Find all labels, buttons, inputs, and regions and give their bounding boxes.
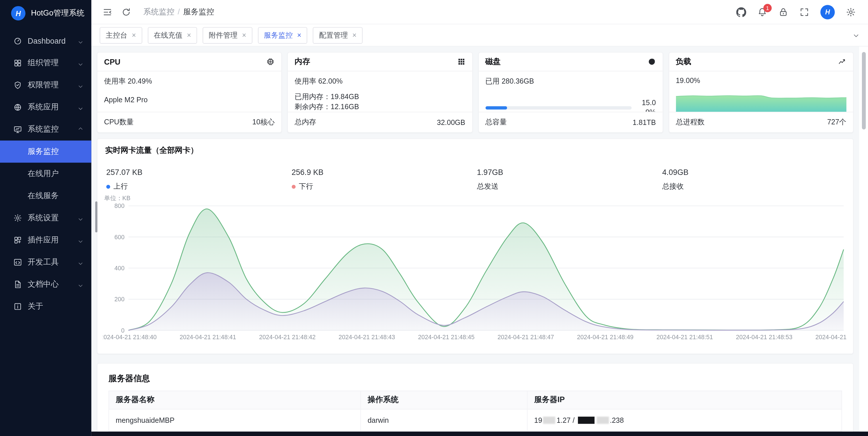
- server-col-header-1: 操作系统: [361, 391, 527, 409]
- fullscreen-icon[interactable]: [799, 7, 809, 17]
- topbar-left: 系统监控/服务监控: [102, 7, 214, 17]
- svg-text:0: 0: [121, 327, 125, 334]
- server-ip-cell: 191.27 / .238: [527, 409, 842, 431]
- devtools-icon: [13, 258, 22, 267]
- sidebar-subitem-4-1[interactable]: 在线用户: [0, 163, 91, 185]
- lock-icon[interactable]: [778, 7, 788, 17]
- disk-footer-label: 总容量: [485, 117, 507, 127]
- svg-text:2024-04-21 21:48:51: 2024-04-21 21:48:51: [656, 334, 713, 340]
- server-col-header-2: 服务器IP: [527, 391, 842, 409]
- sidebar-item-7[interactable]: 开发工具: [0, 251, 91, 273]
- sidebar-item-8[interactable]: 文档中心: [0, 273, 91, 296]
- avatar[interactable]: H: [820, 5, 835, 19]
- memory-usage: 使用率 62.00%: [294, 76, 465, 87]
- tab-4[interactable]: 配置管理×: [313, 27, 363, 43]
- sidebar-logo[interactable]: H HotGo管理系统: [0, 0, 91, 26]
- app-logo-icon: H: [11, 6, 26, 21]
- sidebar-item-4[interactable]: 系统监控: [0, 118, 91, 140]
- vertical-scrollbar-thumb[interactable]: [862, 52, 866, 130]
- memory-footer-value: 32.00GB: [437, 118, 465, 126]
- chevron-down-icon: [78, 38, 84, 44]
- chevron-up-icon: [78, 126, 84, 132]
- cpu-footer-label: CPU数量: [104, 117, 134, 127]
- memory-card-title: 内存: [294, 57, 310, 67]
- net-stat-2: 1.97GB总发送: [477, 168, 662, 192]
- sidebar-item-label: 系统应用: [28, 102, 59, 112]
- disk-card-title: 磁盘: [485, 57, 501, 67]
- tab-close-icon[interactable]: ×: [132, 32, 136, 39]
- tab-2[interactable]: 附件管理×: [203, 27, 252, 43]
- net-stat-label: 下行: [292, 181, 477, 192]
- sidebar-item-3[interactable]: 系统应用: [0, 96, 91, 118]
- sidebar-item-label: 关于: [28, 302, 43, 312]
- sidebar-subitem-4-2[interactable]: 在线服务: [0, 185, 91, 207]
- tab-1[interactable]: 在线充值×: [148, 27, 197, 43]
- ip-redaction: [543, 417, 555, 424]
- tabbar-dropdown-button[interactable]: [847, 26, 865, 44]
- cpu-card-footer: CPU数量 10核心: [97, 112, 281, 132]
- tab-3[interactable]: 服务监控×: [258, 27, 308, 43]
- dashboard-icon: [13, 36, 22, 45]
- chevron-down-icon: [78, 60, 84, 66]
- server-table-header-row: 服务器名称操作系统服务器IP: [108, 391, 842, 409]
- notifications-button[interactable]: 1: [757, 7, 767, 17]
- disk-card-header: 磁盘: [478, 53, 662, 71]
- gear-icon: [13, 214, 22, 223]
- network-traffic-chart: 0200400600800单位：KB2024-04-21 21:48:40202…: [103, 195, 847, 342]
- disk-progress: 15.09%: [485, 99, 656, 112]
- chevron-down-icon: [78, 215, 84, 221]
- load-card-body: 19.00%: [669, 71, 853, 112]
- svg-text:2024-04-21 21:48:42: 2024-04-21 21:48:42: [259, 334, 316, 340]
- refresh-icon[interactable]: [121, 7, 131, 17]
- chevron-down-icon: [78, 259, 84, 265]
- inner-scrollbar-thumb[interactable]: [95, 201, 97, 232]
- disk-footer-value: 1.81TB: [632, 118, 656, 126]
- tab-0[interactable]: 主控台×: [100, 27, 142, 43]
- ip-redaction: [596, 417, 609, 424]
- tab-label: 附件管理: [209, 30, 238, 40]
- load-sparkline-chart: [676, 88, 846, 112]
- net-stat-value: 1.97GB: [477, 168, 662, 177]
- server-os-cell: darwin: [361, 409, 527, 431]
- tab-close-icon[interactable]: ×: [187, 32, 191, 39]
- net-stat-label: 总接收: [662, 181, 847, 192]
- net-stat-label: 上行: [106, 181, 292, 192]
- server-table-row: mengshuaideMBPdarwin191.27 / .238: [108, 409, 842, 431]
- collapse-sidebar-icon[interactable]: [102, 7, 113, 17]
- sidebar-item-1[interactable]: 组织管理: [0, 52, 91, 74]
- cpu-card-body: 使用率 20.49% Apple M2 Pro: [97, 71, 281, 112]
- monitor-icon: [13, 125, 22, 134]
- topbar: 系统监控/服务监控 1 H: [91, 0, 868, 25]
- chevron-down-icon: [78, 281, 84, 288]
- tab-close-icon[interactable]: ×: [242, 32, 246, 39]
- chevron-down-icon: [78, 82, 84, 88]
- tab-label: 主控台: [106, 30, 127, 40]
- tab-close-icon[interactable]: ×: [297, 32, 302, 39]
- net-stat-value: 4.09GB: [662, 168, 847, 177]
- tab-close-icon[interactable]: ×: [352, 32, 357, 39]
- github-icon[interactable]: [736, 7, 746, 17]
- svg-text:2024-04-21 21:48:41: 2024-04-21 21:48:41: [180, 334, 236, 340]
- sidebar-item-9[interactable]: 关于: [0, 296, 91, 318]
- sidebar-item-6[interactable]: 插件应用: [0, 229, 91, 251]
- sidebar-subitem-4-0[interactable]: 服务监控: [0, 140, 91, 163]
- ip-text: 19: [534, 416, 542, 425]
- sidebar-item-label: 权限管理: [28, 80, 59, 90]
- server-col-header-0: 服务器名称: [108, 391, 361, 409]
- sidebar-item-0[interactable]: Dashboard: [0, 30, 91, 52]
- sidebar-item-label: 插件应用: [28, 235, 59, 245]
- svg-text:800: 800: [114, 202, 124, 209]
- load-footer-label: 总进程数: [676, 117, 705, 127]
- load-trend-icon: [838, 58, 846, 66]
- svg-text:2024-04-21 21:48:43: 2024-04-21 21:48:43: [339, 334, 395, 340]
- sidebar-item-2[interactable]: 权限管理: [0, 74, 91, 96]
- sidebar-item-5[interactable]: 系统设置: [0, 207, 91, 229]
- settings-gear-icon[interactable]: [846, 7, 856, 17]
- disk-pie-icon: [648, 58, 656, 66]
- svg-text:单位：KB: 单位：KB: [104, 195, 130, 201]
- tabbar: 主控台×在线充值×附件管理×服务监控×配置管理×: [91, 25, 868, 46]
- load-card-header: 负载: [669, 53, 853, 71]
- sidebar-item-label: Dashboard: [28, 36, 65, 45]
- sidebar-item-label: 文档中心: [28, 279, 59, 290]
- load-value: 19.00%: [676, 76, 846, 85]
